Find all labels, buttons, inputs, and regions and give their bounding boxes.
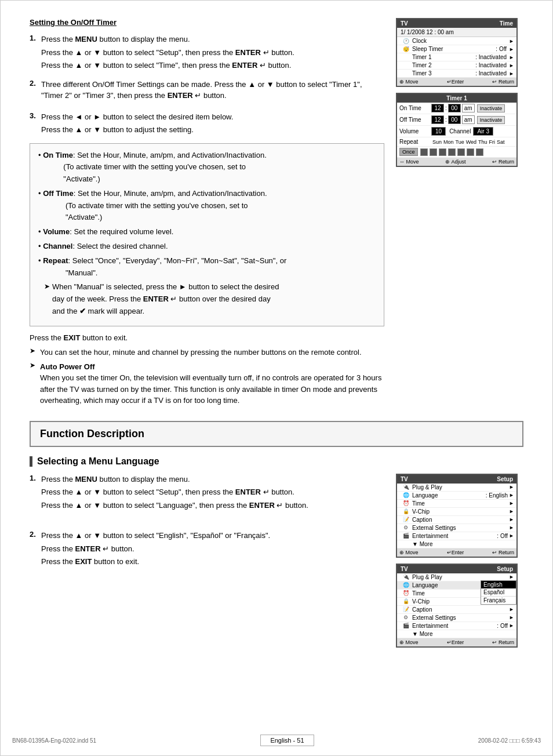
lang-option-english[interactable]: English	[481, 581, 516, 588]
setup-nav-return-2: ↩ Return	[492, 639, 514, 645]
on-time-m: 00	[448, 104, 461, 112]
timer1-value: : Inactivated	[475, 54, 507, 60]
timer2-arrow: ►	[509, 63, 514, 68]
day-box-2[interactable]	[430, 148, 437, 156]
timer2-label: Timer 2	[412, 62, 475, 68]
sleep-icon: 😴	[399, 46, 412, 52]
setup-row-ent: 🎬 Entertainment : Off ►	[397, 532, 516, 540]
setup-row-more: ▼ More	[397, 540, 516, 548]
footer-right: 2008-02-02 □□□ 6:59:43	[478, 737, 541, 744]
once-btn[interactable]: Once	[399, 148, 418, 156]
lang-popup: English Español Français	[481, 580, 516, 605]
day-box-7[interactable]	[476, 148, 483, 156]
off-time-sep: :	[445, 117, 447, 123]
off-time-btn[interactable]: Inactivate	[477, 116, 505, 124]
repeat-label: Repeat	[399, 139, 431, 145]
s2-ent-arrow: ►	[509, 623, 514, 628]
s2-ent-value: : Off	[497, 623, 508, 629]
tv-row-timer2: Timer 2 : Inactivated ►	[397, 61, 516, 70]
on-time-inputs: 12 : 00 am Inactivate	[431, 104, 514, 112]
timer3-value: : Inactivated	[475, 70, 507, 77]
lang-step-1-content: Press the MENU button to display the men…	[41, 474, 384, 513]
step-1-content: Press the MENU button to display the men…	[41, 34, 384, 73]
sleep-arrow: ►	[509, 46, 514, 52]
lang-step-2-line-3: Press the EXIT button to exit.	[41, 556, 384, 568]
s2-ext-icon: ⚙	[399, 615, 412, 620]
s2-ent-label: Entertainment	[412, 623, 497, 629]
setup-section-1: Setup	[497, 476, 513, 482]
setup-panel-1: TV Setup 🔌 Plug & Play ► 🌐 Language : En…	[396, 474, 518, 558]
vchip-icon: 🔒	[399, 508, 412, 514]
timer-repeat-row: Repeat Sun Mon Tue Wed Thu Fri Sat	[397, 137, 516, 147]
tv-panel-date: 1/ 1/2008 12 : 00 am	[397, 28, 516, 37]
more-label: ▼ More	[412, 541, 514, 547]
setup-panel-2-header: TV Setup	[397, 565, 516, 573]
day-box-6[interactable]	[467, 148, 474, 156]
lang-step-1: 1. Press the MENU button to display the …	[30, 474, 384, 513]
page: Setting the On/Off Timer 1. Press the ME…	[0, 0, 553, 756]
nav-move: ⊕ Move	[399, 79, 419, 85]
tv-row-sleep: 😴 Sleep Timer : Off ►	[397, 45, 516, 53]
setup2-row-ent: 🎬 Entertainment : Off ►	[397, 622, 516, 630]
step-1-num: 1.	[30, 34, 41, 73]
day-box-4[interactable]	[448, 148, 456, 156]
bottom-right: TV Setup 🔌 Plug & Play ► 🌐 Language : En…	[396, 474, 523, 653]
arrow-sym: ➤	[44, 281, 52, 317]
sleep-value: : Off	[496, 46, 507, 52]
bullet-on-time: • On Time: Set the Hour, Minute, am/pm, …	[38, 150, 376, 186]
timer-panel-header: Timer 1	[397, 94, 516, 103]
timer1-arrow: ►	[509, 54, 514, 60]
lang-step-2-content: Press the ▲ or ▼ button to select "Engli…	[41, 530, 384, 569]
ent-icon: 🎬	[399, 533, 412, 539]
vchip-label: V-Chip	[412, 508, 508, 515]
day-box-1[interactable]	[420, 148, 428, 156]
bullet-volume: • Volume: Set the required volume level.	[38, 226, 376, 238]
time-arrow: ►	[509, 500, 514, 506]
vol-label: Volume	[399, 128, 431, 135]
step-3-content: Press the ◄ or ► button to select the de…	[41, 111, 384, 137]
step-2-line-1: Three different On/Off Timer Settings ca…	[41, 79, 384, 101]
on-time-btn[interactable]: Inactivate	[477, 104, 505, 112]
time-label: Time	[412, 500, 508, 507]
clock-icon: 🕐	[399, 38, 412, 44]
bullet-off-time: • Off Time: Set the Hour, Minute, am/pm,…	[38, 188, 376, 224]
setup2-row-ext: ⚙ External Settings ►	[397, 614, 516, 622]
left-column: Setting the On/Off Timer 1. Press the ME…	[30, 18, 384, 409]
day-box-5[interactable]	[457, 148, 465, 156]
setup-nav-return-1: ↩ Return	[492, 550, 514, 555]
setup-row-ext: ⚙ External Settings ►	[397, 524, 516, 532]
top-section: Setting the On/Off Timer 1. Press the ME…	[30, 18, 523, 409]
setup2-row-lang: 🌐 Language English Español Français	[397, 581, 516, 590]
step-1-line-3: Press the ▲ or ▼ button to select "Time"…	[41, 60, 384, 71]
off-time-h: 12	[431, 115, 444, 124]
day-box-3[interactable]	[439, 148, 446, 156]
setup-panel-2: TV Setup 🔌 Plug & Play ► 🌐 Language	[396, 564, 518, 648]
lang-option-francais[interactable]: Français	[481, 597, 516, 604]
function-desc-title: Function Description	[40, 428, 144, 439]
step-3: 3. Press the ◄ or ► button to select the…	[30, 111, 384, 137]
setup-panel-1-header: TV Setup	[397, 475, 516, 484]
s2-plug-arrow: ►	[509, 574, 514, 580]
setup-row-vchip: 🔒 V-Chip ►	[397, 508, 516, 516]
tv-time-panel: TV Time 1/ 1/2008 12 : 00 am 🕐 Clock ► 😴	[396, 18, 518, 87]
timer-vol-row: Volume 10 Channel Air 3	[397, 126, 516, 137]
lang-step-1-line-2: Press the ▲ or ▼ button to select "Setup…	[41, 486, 384, 498]
ext-icon: ⚙	[399, 525, 412, 530]
note-1: ➤ You can set the hour, minute and chann…	[30, 347, 384, 358]
vol-val: 10	[431, 127, 446, 136]
setup-nav-enter-1: ↵Enter	[447, 550, 464, 555]
s2-caption-arrow: ►	[509, 606, 514, 612]
lang-option-espanol[interactable]: Español	[481, 588, 516, 597]
day-labels: Sun Mon Tue Wed Thu Fri Sat	[432, 139, 505, 145]
ext-arrow: ►	[509, 525, 514, 530]
s2-ext-label: External Settings	[412, 615, 508, 621]
step-3-line-1: Press the ◄ or ► button to select the de…	[41, 111, 384, 123]
tv-row-timer1: Timer 1 : Inactivated ►	[397, 53, 516, 61]
day-mon: Mon	[443, 139, 454, 145]
lang-step-2-line-1: Press the ▲ or ▼ button to select "Engli…	[41, 530, 384, 541]
tv-nav-bar: ⊕ Move ↵Enter ↩ Return	[397, 78, 516, 86]
s2-ent-icon: 🎬	[399, 623, 412, 628]
setup-nav-move-2: ⊕ Move	[399, 639, 419, 645]
on-time-ampm: am	[462, 104, 475, 112]
setup2-row-more: ▼ More	[397, 630, 516, 638]
